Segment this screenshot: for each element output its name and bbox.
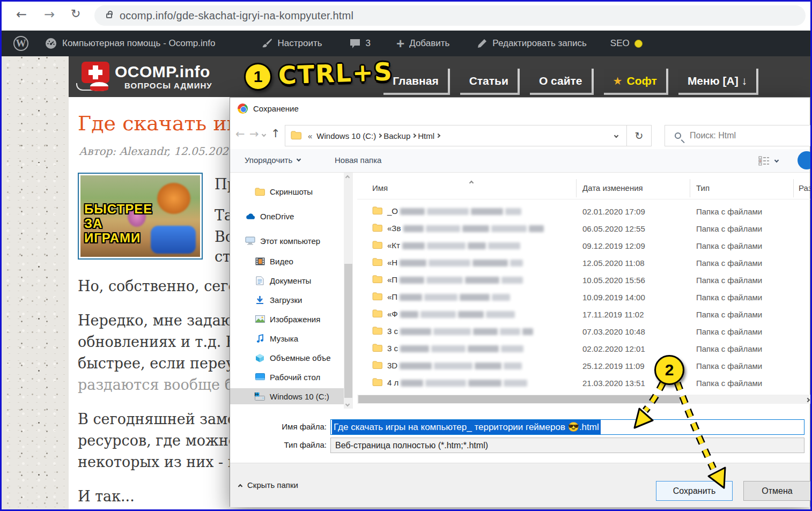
- column-name[interactable]: Имя: [372, 183, 388, 192]
- address-dropdown-icon[interactable]: [614, 134, 618, 138]
- column-type[interactable]: Тип: [696, 183, 710, 192]
- blurred-name-segment: [504, 380, 527, 387]
- dialog-forward-icon[interactable]: →: [249, 129, 259, 140]
- sidebar-item-5[interactable]: Документы: [230, 272, 344, 288]
- nav-tab-5[interactable]: Меню [А] ↓: [678, 69, 758, 95]
- nav-tab-2[interactable]: Статьи: [460, 69, 520, 95]
- file-date: 02.01.2020 17:09: [582, 207, 645, 216]
- folder-icon: [372, 344, 382, 353]
- file-row[interactable]: «Ф 17.11.2019 11:02Папка с файлами: [357, 306, 811, 323]
- file-row[interactable]: «Зв 06.05.2020 12:55Папка с файлами: [357, 220, 811, 237]
- sidebar-item-10[interactable]: Рабочий стол: [230, 369, 344, 385]
- hide-folders-button[interactable]: Скрыть папки: [239, 480, 298, 490]
- wp-logo-menu[interactable]: W: [13, 36, 28, 51]
- blurred-name-segment: [475, 362, 501, 369]
- file-row[interactable]: «Кт 09.12.2019 12:09Папка с файлами: [357, 237, 811, 254]
- site-menu[interactable]: Компьютерная помощь - Ocomp.info: [45, 37, 215, 50]
- address-bar[interactable]: ocomp.info/gde-skachat-igryi-na-kompyute…: [94, 5, 806, 26]
- blurred-name-segment: [460, 294, 490, 301]
- file-row[interactable]: 3D 25.12.2019 11:09Папка с файлами: [357, 357, 811, 374]
- breadcrumb-backup[interactable]: Backup: [381, 131, 412, 140]
- sidebar-item-4[interactable]: Видео: [230, 253, 344, 269]
- sidebar-item-3[interactable]: Этот компьютер: [230, 233, 344, 249]
- blurred-name-segment: [473, 260, 508, 266]
- dialog-back-icon[interactable]: ←: [235, 129, 245, 140]
- scrollbar-thumb[interactable]: [344, 264, 352, 398]
- file-name: 3 с: [387, 327, 535, 336]
- file-row[interactable]: «П 10.05.2020 15:56Папка с файлами: [357, 271, 811, 288]
- breadcrumb-html[interactable]: Html: [416, 131, 437, 140]
- sidebar-item-8[interactable]: Музыка: [230, 330, 344, 346]
- sidebar-item-1[interactable]: Скриншоты: [230, 183, 344, 199]
- nav-tab-4[interactable]: ★Софт: [604, 69, 668, 95]
- comments-menu[interactable]: 3: [349, 38, 371, 49]
- breadcrumb-bar[interactable]: « Windows 10 (C:) Backup Html: [285, 125, 627, 146]
- blurred-name-segment: [492, 294, 510, 301]
- blurred-name-segment: [468, 380, 501, 387]
- new-folder-button[interactable]: Новая папка: [335, 155, 381, 165]
- file-name-prefix: «П: [387, 275, 400, 284]
- file-row[interactable]: 3 с 02.02.2020 12:01Папка с файлами: [357, 340, 811, 357]
- scroll-up-icon[interactable]: [345, 175, 350, 180]
- filename-input[interactable]: Где скачать игры на компьютер_ территори…: [330, 419, 804, 435]
- dialog-up-icon[interactable]: ↑: [271, 128, 280, 139]
- folder-icon: [372, 292, 382, 302]
- onedrive-icon: [245, 212, 255, 220]
- search-input[interactable]: [689, 130, 791, 141]
- sidebar-item-9[interactable]: Объемные объе: [230, 350, 344, 366]
- blurred-name-segment: [420, 311, 456, 318]
- refresh-button[interactable]: ↻: [627, 125, 652, 146]
- help-button[interactable]: [798, 151, 812, 169]
- browser-reload-icon[interactable]: ↻: [71, 8, 80, 20]
- nav-tab-3[interactable]: О сайте: [530, 69, 594, 95]
- article-paragraphs: Но, собственно, сегодНередко, мне задают…: [78, 276, 239, 511]
- history-dropdown-icon[interactable]: [262, 132, 266, 137]
- organize-button[interactable]: Упорядочить: [245, 155, 300, 165]
- sidebar-item-6[interactable]: Загрузки: [230, 292, 344, 308]
- comment-bubble-icon: [349, 38, 361, 49]
- site-logo-title[interactable]: OCOMP.info: [115, 63, 210, 81]
- site-logo-icon[interactable]: [82, 62, 109, 83]
- search-box[interactable]: [665, 125, 811, 146]
- browser-forward-icon[interactable]: →: [44, 8, 55, 21]
- file-row[interactable]: _О 02.01.2020 17:09Папка с файлами: [357, 203, 811, 220]
- file-row[interactable]: 4 л 21.03.2020 13:51Папка с файлами: [357, 374, 811, 391]
- view-options-button[interactable]: [758, 155, 778, 166]
- scroll-down-icon[interactable]: [345, 402, 350, 406]
- scrollbar-thumb[interactable]: [358, 395, 680, 403]
- seo-menu[interactable]: SEO: [610, 38, 643, 49]
- folder-icon: [372, 224, 382, 233]
- horizontal-scrollbar[interactable]: [357, 395, 811, 404]
- blurred-name-segment: [403, 225, 424, 232]
- scroll-right-icon[interactable]: [806, 398, 810, 402]
- blurred-name-segment: [400, 277, 424, 284]
- browser-back-icon[interactable]: ←: [16, 8, 27, 21]
- filetype-select[interactable]: Веб-страница полностью (*.htm;*.html): [330, 438, 804, 453]
- file-type: Папка с файлами: [696, 293, 762, 302]
- add-new-menu[interactable]: + Добавить: [396, 36, 449, 50]
- paragraph-line: И так...: [78, 486, 239, 507]
- file-row[interactable]: «П 10.09.2019 14:00Папка с файлами: [357, 288, 811, 306]
- sidebar-item-2[interactable]: OneDrive: [230, 208, 344, 224]
- save-button[interactable]: Сохранить: [656, 481, 733, 501]
- downloads-icon: [255, 295, 265, 305]
- customize-menu[interactable]: Настроить: [261, 38, 322, 49]
- sidebar-item-7[interactable]: Изображения: [230, 311, 344, 327]
- file-row[interactable]: 3 с 07.03.2020 10:48Папка с файлами: [357, 323, 811, 340]
- sidebar-scrollbar[interactable]: [344, 173, 353, 409]
- column-size[interactable]: Раз: [799, 183, 812, 192]
- article-title: Где скачать игр: [78, 112, 250, 135]
- nav-tab-1[interactable]: Главная: [383, 69, 449, 95]
- column-date[interactable]: Дата изменения: [582, 183, 643, 192]
- cancel-button[interactable]: Отмена: [743, 481, 811, 501]
- sidebar-item-11[interactable]: Windows 10 (C:): [230, 388, 344, 404]
- sidebar-item-label: Музыка: [270, 334, 298, 343]
- save-dialog: Сохранение ← → ↑ « Windows 10 (C:) Backu…: [230, 97, 810, 507]
- screenshot-frame: ← → ↻ ocomp.info/gde-skachat-igryi-na-ko…: [0, 0, 812, 511]
- breadcrumb-drive[interactable]: Windows 10 (C:): [314, 131, 378, 140]
- file-row[interactable]: «Н 12.05.2020 11:08Папка с файлами: [357, 254, 811, 271]
- sidebar-item-label: Изображения: [270, 315, 320, 324]
- breadcrumb-collapsed[interactable]: «: [306, 131, 314, 140]
- site-name: Компьютерная помощь - Ocomp.info: [62, 38, 215, 49]
- edit-post-menu[interactable]: Редактировать запись: [476, 38, 586, 49]
